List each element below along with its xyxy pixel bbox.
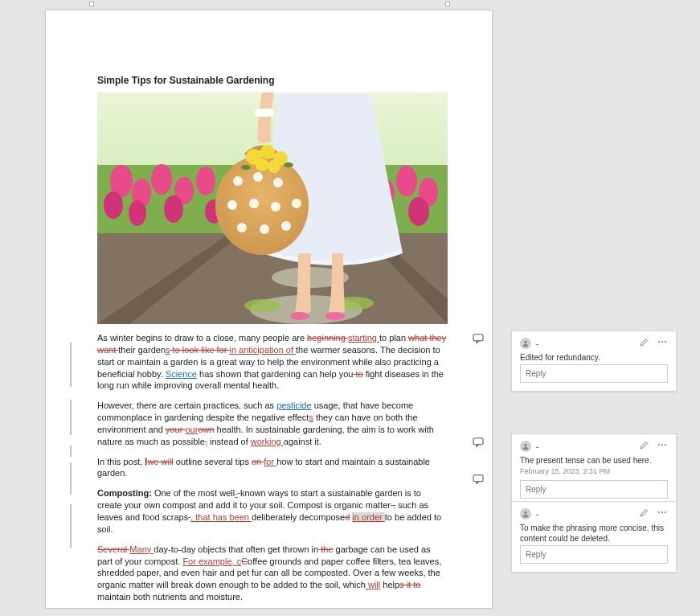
svg-point-40 [281, 221, 291, 231]
svg-point-37 [292, 199, 301, 208]
svg-point-25 [244, 299, 280, 312]
comment-anchor-icon[interactable] [471, 473, 487, 486]
text: However, there are certain practices, su… [97, 400, 276, 410]
svg-point-57 [661, 444, 663, 446]
avatar [520, 338, 531, 349]
ruler-tick-right [445, 2, 450, 6]
revision-bar [70, 400, 72, 435]
comment-timestamp: February 15, 2023, 2:31 PM [520, 467, 668, 475]
hero-image [97, 92, 448, 324]
avatar [520, 441, 531, 452]
svg-point-59 [524, 511, 526, 514]
svg-point-60 [658, 511, 660, 513]
paragraph-1[interactable]: As winter begins to draw to a close, man… [97, 332, 448, 392]
svg-point-13 [129, 200, 146, 226]
edit-icon[interactable] [639, 336, 650, 347]
link-science[interactable]: Science [166, 369, 197, 379]
revision-bar [70, 446, 72, 457]
reply-input[interactable] [520, 480, 668, 499]
paragraph-3[interactable]: In this post, Iwe will outline several t… [97, 456, 448, 480]
text: has shown that gardening can help you [197, 369, 353, 379]
svg-rect-50 [473, 475, 483, 482]
deleted-text: Several [97, 544, 129, 554]
deleted-text: beginning [307, 333, 348, 343]
svg-point-4 [151, 164, 172, 195]
svg-point-62 [665, 511, 666, 513]
svg-point-58 [665, 444, 666, 446]
avatar [520, 508, 531, 519]
text: maintain both nutrients and moisture. [97, 592, 243, 602]
document-title: Simple Tips for Sustainable Gardening [97, 75, 448, 86]
svg-point-38 [237, 223, 247, 232]
text: deliberately decompose [252, 512, 345, 522]
inserted-text: will [366, 580, 380, 589]
deleted-text: s it to [399, 580, 420, 589]
deleted-text: on [252, 457, 264, 466]
deleted-text: we will [147, 457, 173, 466]
svg-point-46 [284, 162, 293, 167]
inserted-text: , that has been [190, 512, 252, 522]
text: their garden [118, 345, 166, 355]
svg-point-17 [408, 197, 429, 226]
paragraph-5[interactable]: Several Many day-to-day objects that oft… [97, 544, 448, 603]
deleted-text: C [241, 556, 248, 566]
svg-point-36 [271, 202, 280, 211]
edit-icon[interactable] [639, 507, 650, 518]
svg-point-12 [104, 191, 123, 219]
svg-point-52 [658, 341, 660, 343]
text: outline several tips [174, 457, 252, 466]
svg-point-32 [253, 172, 263, 182]
document-page: Simple Tips for Sustainable Gardening [45, 10, 493, 609]
svg-point-14 [164, 195, 183, 223]
comment-card[interactable]: - Edited for redundancy. [511, 331, 677, 392]
revision-bar [70, 504, 72, 548]
inserted-text: in anticipation of [230, 345, 297, 355]
svg-point-56 [658, 444, 660, 446]
svg-point-28 [325, 312, 345, 320]
text: against it. [284, 437, 321, 446]
link-pesticide[interactable]: pesticide [276, 400, 311, 410]
comment-header: - [520, 338, 668, 349]
deleted-text: to [353, 369, 362, 379]
svg-point-35 [249, 199, 259, 208]
svg-point-34 [227, 200, 237, 210]
svg-point-6 [196, 166, 215, 195]
comment-author: - [536, 510, 538, 519]
comment-text: To make the phrasing more concise, this … [520, 523, 668, 544]
deleted-text: own [198, 425, 214, 434]
text: day-to-day objects that often get thrown… [154, 544, 318, 554]
more-icon[interactable] [657, 439, 668, 450]
comment-anchor-icon[interactable] [471, 436, 487, 449]
comment-header: - [520, 508, 668, 519]
svg-point-31 [233, 176, 243, 186]
svg-rect-29 [255, 109, 274, 117]
edit-icon[interactable] [639, 439, 650, 450]
comment-anchor-icon[interactable] [471, 332, 487, 345]
ruler-tick-left [89, 2, 94, 6]
reply-input[interactable] [520, 364, 668, 383]
text: help [380, 580, 399, 589]
more-icon[interactable] [657, 336, 668, 347]
paragraph-4[interactable]: Composting: One of the most well- known … [97, 487, 448, 535]
svg-point-54 [665, 341, 666, 343]
comment-card[interactable]: - The present tense can be used here. Fe… [511, 433, 677, 507]
svg-point-55 [524, 444, 526, 446]
inserted-text: in order [352, 512, 384, 522]
deleted-text: the [318, 544, 333, 554]
svg-rect-49 [473, 438, 483, 445]
reply-input[interactable] [520, 545, 668, 564]
paragraph-2[interactable]: However, there are certain practices, su… [97, 400, 448, 447]
deleted-text: your [166, 425, 185, 434]
comment-text: Edited for redundancy. [520, 352, 668, 363]
deleted-text: to look like for [170, 345, 230, 355]
inserted-text: our [185, 425, 198, 434]
svg-point-27 [290, 312, 309, 320]
inserted-text: Many [129, 544, 154, 554]
more-icon[interactable] [657, 507, 668, 518]
inserted-text: starting [348, 333, 379, 343]
comment-header: - [520, 441, 668, 452]
revision-bar [70, 343, 72, 387]
svg-point-53 [661, 341, 663, 343]
comment-card[interactable]: - To make the phrasing more concise, thi… [511, 501, 677, 573]
svg-point-10 [396, 166, 417, 196]
